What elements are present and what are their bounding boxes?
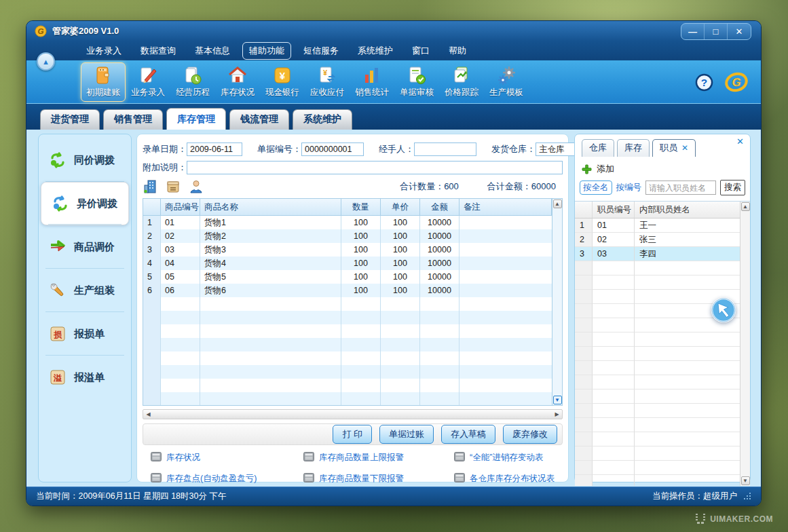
tool-price-track[interactable]: 价格跟踪 — [439, 62, 484, 102]
tab-cashflow[interactable]: 钱流管理 — [229, 109, 289, 130]
search-button[interactable]: 搜索 — [720, 180, 745, 195]
doc-number-field[interactable] — [301, 142, 364, 156]
add-row[interactable]: 添加 — [575, 157, 750, 180]
search-by-code-button[interactable]: 按编号 — [616, 182, 642, 193]
building-icon[interactable] — [143, 179, 157, 194]
tool-business-entry[interactable]: 业务录入 — [126, 62, 170, 102]
scroll-down-icon[interactable]: ▼ — [553, 396, 562, 404]
discard-changes-button[interactable]: 废弃修改 — [503, 425, 557, 444]
help-icon[interactable]: ? — [695, 73, 713, 92]
report-icon — [303, 473, 314, 484]
items-table-vscrollbar[interactable]: ▲ ▼ — [552, 199, 562, 405]
table-row[interactable]: 303货物310010010000 — [143, 243, 552, 256]
employee-row[interactable]: 202张三 — [575, 233, 740, 247]
menu-system-maintain[interactable]: 系统维护 — [351, 42, 400, 60]
tab-inventory[interactable]: 库存管理 — [166, 108, 226, 130]
menu-sms-service[interactable]: 短信服务 — [297, 42, 345, 60]
tool-initial-setup[interactable]: 初期建账 — [81, 62, 126, 102]
app-window: G 管家婆2009 V1.0 — □ ✕ 业务录入数据查询基本信息辅助功能短信服… — [26, 20, 762, 506]
link-lower-limit-alert[interactable]: 库存商品数量下限报警 — [303, 473, 454, 484]
menu-auxiliary[interactable]: 辅助功能 — [242, 42, 291, 60]
tool-history[interactable]: 经营历程 — [170, 62, 215, 102]
tool-history-label: 经营历程 — [176, 87, 210, 98]
scroll-left-icon[interactable]: ◀ — [144, 411, 153, 417]
tab-maintain[interactable]: 系统维护 — [293, 109, 352, 130]
tool-receivable-payable[interactable]: ¥应收应付 — [305, 62, 350, 102]
items-table: 商品编号商品名称数量单价金额备注101货物110010010000202货物21… — [143, 198, 563, 406]
tab-purchase[interactable]: 进货管理 — [40, 109, 100, 130]
link-upper-limit-alert[interactable]: 库存商品数量上限报警 — [303, 452, 454, 463]
table-row[interactable]: 505货物510010010000 — [143, 270, 552, 284]
rp-tab-employee[interactable]: 职员✕ — [652, 139, 696, 157]
side-diff-price-transfer[interactable]: 异价调拨 — [41, 182, 129, 225]
table-row[interactable]: 202货物210010010000 — [143, 229, 552, 243]
items-table-hscrollbar[interactable]: ◀ ▶ — [143, 409, 563, 419]
side-same-price-transfer[interactable]: 同价调拨 — [39, 138, 131, 182]
menu-basic-info[interactable]: 基本信息 — [188, 42, 237, 60]
tool-doc-audit[interactable]: 单据审核 — [394, 62, 439, 102]
column-header: 数量 — [341, 199, 381, 215]
employee-table-vscrollbar[interactable]: ▲ ▼ — [740, 202, 750, 486]
cell — [459, 338, 552, 352]
tool-sales-stats[interactable]: 销售统计 — [350, 62, 394, 102]
scroll-down-icon[interactable]: ▼ — [741, 476, 750, 485]
note-input[interactable] — [187, 161, 563, 174]
save-draft-button[interactable]: 存入草稿 — [441, 425, 495, 444]
menu-window[interactable]: 窗口 — [405, 42, 436, 60]
link-stocktake[interactable]: 库存盘点(自动盘盈盘亏) — [151, 473, 303, 484]
cell — [593, 290, 635, 304]
row-number — [143, 338, 161, 352]
tool-stock-status[interactable]: 库存状况 — [215, 62, 260, 102]
table-row[interactable]: 404货物410010010000 — [143, 256, 552, 270]
cell — [593, 347, 635, 361]
menu-data-query[interactable]: 数据查询 — [134, 42, 183, 60]
close-button[interactable]: ✕ — [728, 24, 751, 39]
handler-field[interactable] — [414, 142, 476, 156]
print-button[interactable]: 打 印 — [333, 425, 372, 444]
row-number — [143, 311, 161, 324]
cell: 100 — [341, 270, 381, 284]
post-document-button[interactable]: 单据过账 — [379, 425, 434, 444]
menu-business-entry[interactable]: 业务录入 — [79, 42, 128, 60]
rp-tab-stock[interactable]: 库存 — [617, 139, 650, 157]
menu-help[interactable]: 帮助 — [442, 42, 473, 60]
side-loss-report[interactable]: 损报损单 — [39, 312, 131, 356]
person-icon[interactable] — [189, 179, 204, 194]
collapse-toolbar-button[interactable]: ▲ — [37, 52, 55, 71]
employee-search-input[interactable] — [645, 180, 716, 195]
tool-production-template-label: 生产模板 — [489, 87, 523, 98]
employee-row[interactable]: 303李四 — [575, 247, 740, 261]
cell — [200, 352, 341, 365]
table-row[interactable]: 606货物610010010000 — [143, 284, 552, 297]
maximize-button[interactable]: □ — [705, 24, 728, 39]
minimize-button[interactable]: — — [681, 24, 705, 39]
table-row[interactable]: 101货物110010010000 — [143, 216, 552, 229]
search-by-name-button[interactable]: 按全名 — [580, 180, 612, 195]
entry-date-field[interactable] — [187, 142, 242, 156]
side-price-adjust[interactable]: 商品调价 — [39, 225, 131, 269]
tab-sales[interactable]: 销售管理 — [103, 109, 163, 130]
cell — [161, 392, 200, 405]
side-overflow-report[interactable]: 溢报溢单 — [39, 356, 131, 399]
link-almighty-change-report[interactable]: “全能”进销存变动表 — [454, 452, 563, 463]
side-assembly[interactable]: 生产组装 — [39, 269, 131, 312]
tab-close-icon[interactable]: ✕ — [681, 143, 688, 153]
column-header: 内部职员姓名 — [635, 202, 740, 218]
cell — [341, 311, 381, 324]
rp-tab-warehouse[interactable]: 仓库 — [582, 139, 614, 157]
scroll-up-icon[interactable]: ▲ — [553, 200, 562, 208]
cell — [161, 297, 200, 311]
package-icon[interactable] — [166, 179, 181, 194]
cell — [459, 229, 552, 243]
tool-cash-bank[interactable]: ¥现金银行 — [260, 62, 305, 102]
scroll-up-icon[interactable]: ▲ — [741, 202, 750, 211]
employee-row[interactable]: 101王一 — [575, 218, 740, 233]
scroll-right-icon[interactable]: ▶ — [552, 411, 561, 417]
link-warehouse-distribution[interactable]: 各仓库库存分布状况表 — [454, 473, 563, 484]
tool-production-template[interactable]: 生产模板 — [484, 62, 529, 102]
resize-grip-icon[interactable] — [744, 493, 751, 500]
link-stock-status[interactable]: 库存状况 — [151, 452, 303, 463]
column-header: 金额 — [420, 199, 459, 215]
cell: 100 — [341, 229, 381, 243]
cell — [161, 352, 200, 365]
